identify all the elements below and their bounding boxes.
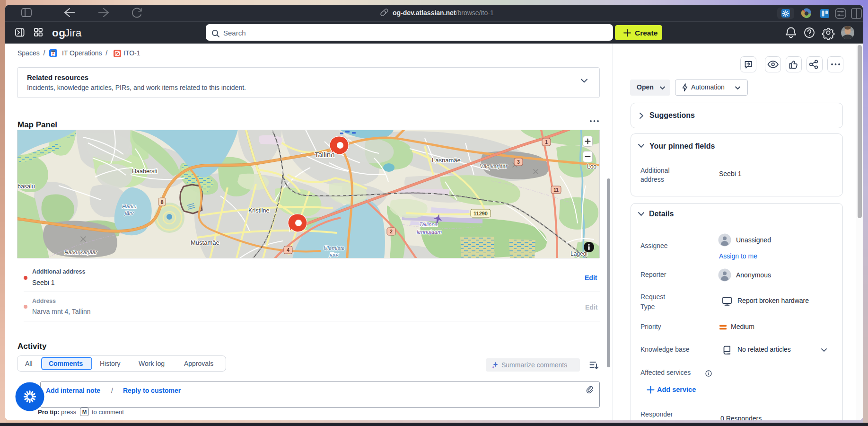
- svg-text:4: 4: [287, 248, 289, 253]
- svg-text:og-dev.atlassian.net/browse/it: og-dev.atlassian.net/browse/ito-1: [393, 9, 494, 17]
- svg-text:Ülemiste: Ülemiste: [324, 245, 345, 251]
- svg-text:og: og: [52, 27, 66, 39]
- svg-text:Kristiine: Kristiine: [248, 207, 270, 214]
- svg-text:järv: järv: [329, 252, 339, 257]
- svg-text:järv: järv: [124, 210, 134, 216]
- svg-text:8: 8: [160, 199, 163, 205]
- svg-text:11: 11: [553, 187, 559, 193]
- svg-text:Lasnamäe: Lasnamäe: [432, 157, 461, 164]
- svg-text:Loo: Loo: [587, 163, 596, 170]
- svg-text:Väo karjäär: Väo karjäär: [480, 163, 508, 169]
- svg-text:Harku karjäär: Harku karjäär: [64, 249, 97, 255]
- svg-text:3: 3: [517, 160, 520, 165]
- svg-text:Haabersti: Haabersti: [132, 168, 158, 175]
- svg-text:Jira: Jira: [64, 27, 82, 39]
- svg-text:Tallinna: Tallinna: [419, 222, 438, 227]
- svg-text:2: 2: [390, 229, 393, 234]
- svg-text:Mustamäe: Mustamäe: [191, 239, 219, 246]
- svg-text:1: 1: [545, 140, 548, 145]
- svg-text:abasalu: abasalu: [17, 183, 35, 190]
- svg-text:Lagedi: Lagedi: [570, 250, 587, 257]
- svg-text:Harku: Harku: [122, 204, 137, 209]
- svg-text:11290: 11290: [473, 211, 488, 216]
- svg-text:lennujaam: lennujaam: [417, 229, 442, 235]
